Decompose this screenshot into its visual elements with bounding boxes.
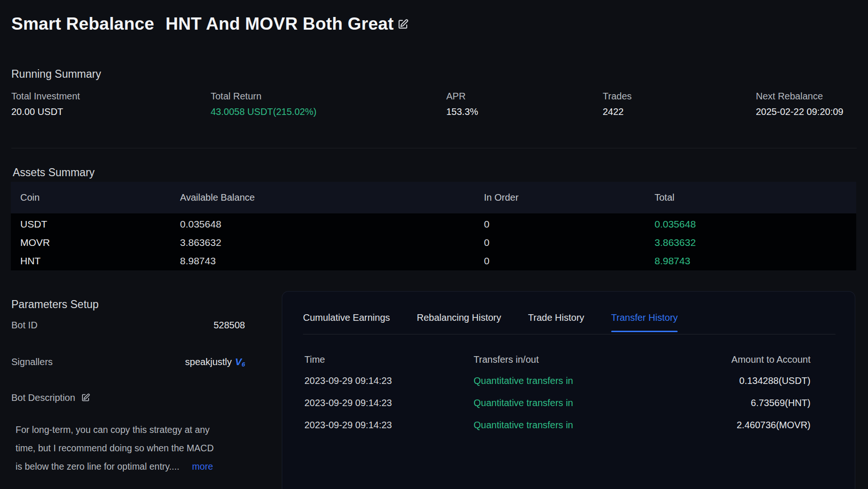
in-order-cell: 0 [484,215,490,233]
edit-icon[interactable] [397,18,409,31]
column-header-transfers: Transfers in/out [474,349,539,371]
description-line: is below the zero line for optimal entry… [16,457,232,476]
more-link[interactable]: more [192,461,213,472]
history-panel: Cumulative Earnings Rebalancing History … [282,291,855,489]
coin-cell: MOVR [20,233,50,252]
in-order-cell: 0 [484,252,490,270]
amount-cell: 2.460736(MOVR) [737,414,811,436]
assets-table-header: Coin Available Balance In Order Total [11,182,856,213]
bot-description-row: Bot Description [11,392,90,403]
table-row: 2023-09-29 09:14:23 Quantitative transfe… [282,370,855,392]
amount-cell: 6.73569(HNT) [751,392,811,414]
bot-id-row: Bot ID 528508 [11,320,245,331]
table-row: MOVR 3.863632 0 3.863632 [11,233,856,252]
stat-value: 43.0058 USDT(215.02%) [211,106,317,117]
stat-value: 20.00 USDT [11,106,80,117]
stat-label: APR [446,90,478,102]
bot-description-label: Bot Description [11,392,75,403]
bot-id-value: 528508 [213,320,245,331]
assets-table-body: USDT 0.035648 0 0.035648 MOVR 3.863632 0… [11,213,856,270]
parameters-setup-heading: Parameters Setup [11,298,98,311]
signaller-link[interactable]: speakjustly V6 [185,357,245,367]
available-cell: 3.863632 [180,233,221,252]
stat-total-investment: Total Investment 20.00 USDT [11,90,80,117]
tab-transfer-history[interactable]: Transfer History [611,310,678,325]
total-cell: 0.035648 [655,215,696,233]
running-summary-heading: Running Summary [11,68,101,81]
amount-cell: 0.134288(USDT) [739,370,811,392]
signaller-version-badge: V6 [235,357,245,367]
column-header-total: Total [655,182,674,213]
coin-cell: USDT [20,215,47,233]
description-line: For long-term, you can copy this strateg… [16,421,232,439]
transfer-type-cell: Quantitative transfers in [474,370,573,392]
total-cell: 8.98743 [655,252,690,270]
stat-value: 2422 [603,106,632,117]
table-row: 2023-09-29 09:14:23 Quantitative transfe… [282,414,855,436]
stat-total-return: Total Return 43.0058 USDT(215.02%) [211,90,317,117]
tab-cumulative-earnings[interactable]: Cumulative Earnings [303,310,390,325]
transfer-type-cell: Quantitative transfers in [474,414,573,436]
table-row: 2023-09-29 09:14:23 Quantitative transfe… [282,392,855,414]
transfer-table-header: Time Transfers in/out Amount to Account [282,349,855,371]
time-cell: 2023-09-29 09:14:23 [304,392,392,414]
stat-value: 2025-02-22 09:20:09 [756,106,843,117]
column-header-time: Time [304,349,325,371]
bot-id-label: Bot ID [11,320,38,331]
table-row: HNT 8.98743 0 8.98743 [11,252,856,270]
column-header-available: Available Balance [180,182,255,213]
stat-label: Next Rebalance [756,90,843,102]
assets-summary-heading: Assets Summary [13,166,95,179]
available-cell: 8.98743 [180,252,216,270]
stat-label: Trades [603,90,632,102]
in-order-cell: 0 [484,233,490,252]
column-header-amount: Amount to Account [731,349,811,371]
signallers-row: Signallers speakjustly V6 [11,357,245,367]
stat-label: Total Investment [11,90,80,102]
column-header-in-order: In Order [484,182,518,213]
description-line: time, but I recommend doing so when the … [16,439,232,457]
stat-next-rebalance: Next Rebalance 2025-02-22 09:20:09 [756,90,843,117]
stat-value: 153.3% [446,106,478,117]
transfer-type-cell: Quantitative transfers in [474,392,573,414]
coin-cell: HNT [20,252,41,270]
table-row: USDT 0.035648 0 0.035648 [11,215,856,233]
stat-trades: Trades 2422 [603,90,632,117]
total-cell: 3.863632 [655,233,696,252]
strategy-type-title: Smart Rebalance [11,14,154,34]
tab-trade-history[interactable]: Trade History [528,310,584,325]
assets-table: Coin Available Balance In Order Total US… [11,182,856,270]
signallers-label: Signallers [11,357,53,367]
column-header-coin: Coin [20,182,40,213]
stat-label: Total Return [211,90,317,102]
stat-apr: APR 153.3% [446,90,478,117]
bot-name-title: HNT And MOVR Both Great [165,14,393,34]
tabs-divider [303,334,835,334]
page-title: Smart Rebalance HNT And MOVR Both Great [11,14,409,34]
history-tabs: Cumulative Earnings Rebalancing History … [303,310,678,325]
signaller-name[interactable]: speakjustly [185,357,232,367]
time-cell: 2023-09-29 09:14:23 [304,414,392,436]
time-cell: 2023-09-29 09:14:23 [304,370,392,392]
bot-description-text: For long-term, you can copy this strateg… [16,421,232,476]
tab-rebalancing-history[interactable]: Rebalancing History [417,310,501,325]
edit-icon[interactable] [81,393,90,403]
section-divider [11,148,857,148]
available-cell: 0.035648 [180,215,221,233]
